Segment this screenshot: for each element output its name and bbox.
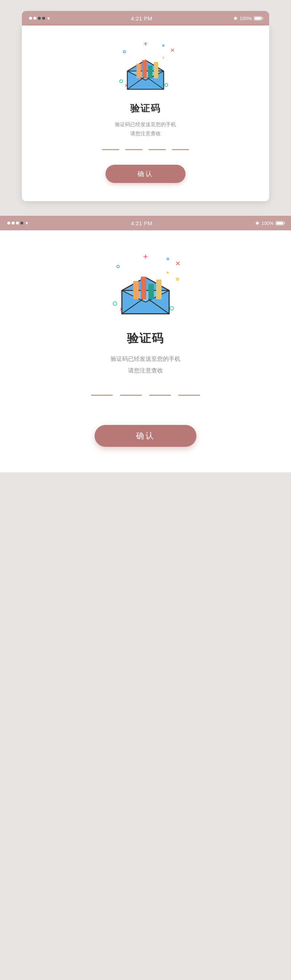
deco-plus-top: + [144, 40, 148, 48]
deco-dot-yellow-2 [176, 278, 179, 281]
code-dash-lg-4 [178, 395, 200, 396]
svg-rect-10 [133, 281, 139, 299]
signal-dots [29, 17, 45, 20]
svg-rect-12 [149, 284, 154, 299]
deco-cross-right: ✕ [170, 48, 175, 53]
signal-percent-1: 100% [240, 16, 252, 21]
signal-percent-2: 100% [261, 221, 274, 226]
status-bar-1: ▾ 4:21 PM ✱ 100% [22, 11, 269, 25]
deco-dot-green-bl-2 [113, 301, 117, 306]
svg-rect-11 [141, 277, 146, 299]
bluetooth-icon: ✱ [234, 16, 237, 21]
envelope-illustration-2 [120, 273, 171, 316]
status-time-1: 4:21 PM [131, 15, 152, 22]
battery-icon-1 [254, 16, 262, 21]
deco-dot-blue-tl [123, 50, 126, 53]
code-dash-2 [125, 149, 142, 150]
screen-content-1: + ✕ + ✕ 验证码 [22, 25, 269, 201]
svg-rect-2 [136, 64, 141, 78]
confirm-button-1[interactable]: 确认 [106, 165, 185, 183]
verify-subtitle-1: 验证码已经发送至您的手机 请您注意查收 [115, 120, 176, 138]
dot2-3 [16, 221, 19, 224]
envelope-illustration [125, 56, 166, 91]
verify-title-1: 验证码 [130, 102, 161, 115]
dot-3 [38, 17, 41, 20]
code-dash-3 [149, 149, 166, 150]
deco-plus-top-2: + [143, 252, 148, 262]
svg-rect-4 [148, 65, 152, 78]
code-dash-lg-1 [91, 395, 113, 396]
dot2-2 [12, 221, 14, 224]
deco-dot-green-bl [119, 80, 123, 83]
screen-content-2: + ✕ + ✕ [0, 230, 291, 473]
wifi-icon-2: ▾ [25, 220, 28, 226]
verify-title-2: 验证码 [127, 331, 164, 347]
wifi-icon: ▾ [47, 15, 50, 21]
signal-dots-2 [7, 221, 23, 224]
illustration-1: + ✕ + ✕ [116, 40, 175, 91]
deco-dot-blue-tr-2 [167, 258, 169, 260]
svg-rect-5 [154, 62, 158, 78]
code-dash-lg-2 [120, 395, 142, 396]
dot-4 [42, 17, 45, 20]
dot-1 [29, 17, 32, 20]
status-left-2: ▾ [7, 220, 28, 226]
svg-rect-3 [142, 60, 147, 78]
dot2-1 [7, 221, 10, 224]
status-left-1: ▾ [29, 15, 50, 21]
code-dash-1 [102, 149, 119, 150]
bluetooth-icon-2: ✱ [255, 221, 259, 226]
battery-fill-2 [277, 222, 283, 224]
battery-fill-1 [255, 17, 261, 20]
svg-rect-13 [156, 280, 161, 299]
deco-dot-blue-tr [162, 45, 164, 47]
code-dash-lg-3 [149, 395, 171, 396]
dot-2 [33, 17, 36, 20]
status-time-2: 4:21 PM [131, 220, 152, 226]
screen-2-wrapper: ▾ 4:21 PM ✱ 100% + ✕ + ✕ [0, 216, 291, 473]
confirm-button-2[interactable]: 确认 [95, 425, 196, 447]
deco-dot-blue-tl-2 [116, 265, 120, 268]
status-right-1: ✱ 100% [234, 16, 262, 21]
battery-icon-2 [276, 221, 284, 225]
code-input-row-1[interactable] [102, 149, 189, 150]
dot2-4 [21, 221, 23, 224]
code-dash-4 [172, 149, 189, 150]
status-bar-2: ▾ 4:21 PM ✱ 100% [0, 216, 291, 230]
status-right-2: ✱ 100% [255, 221, 284, 226]
deco-cross-right-2: ✕ [176, 260, 180, 267]
code-input-row-2[interactable] [91, 395, 200, 396]
phone-card-1: ▾ 4:21 PM ✱ 100% + ✕ + ✕ [22, 0, 269, 201]
illustration-2: + ✕ + ✕ [109, 252, 182, 316]
verify-subtitle-2: 验证码已经发送至您的手机 请您注意查收 [111, 353, 180, 377]
